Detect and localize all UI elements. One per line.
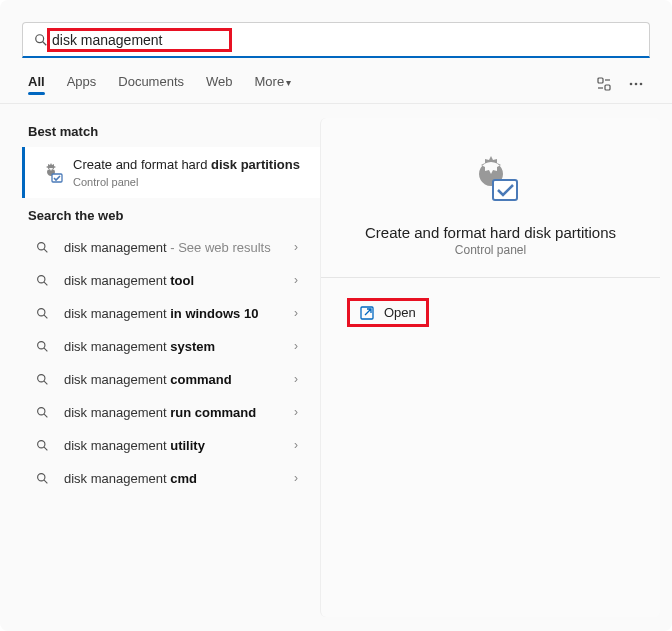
svg-point-18 (38, 375, 45, 382)
detail-title: Create and format hard disk partitions (341, 218, 640, 243)
tab-all[interactable]: All (28, 74, 45, 93)
svg-line-11 (44, 249, 47, 252)
web-suggestion[interactable]: disk management - See web results› (0, 231, 320, 264)
chevron-right-icon: › (294, 372, 298, 386)
web-suggestion[interactable]: disk management system› (0, 330, 320, 363)
svg-line-13 (44, 282, 47, 285)
control-panel-icon (39, 160, 63, 184)
web-suggestion[interactable]: disk management tool› (0, 264, 320, 297)
search-icon (36, 372, 50, 386)
search-icon (36, 273, 50, 287)
detail-pane: Create and format hard disk partitions C… (320, 118, 660, 617)
best-match-subtitle: Control panel (73, 176, 300, 188)
svg-point-7 (635, 82, 638, 85)
svg-rect-26 (493, 180, 517, 200)
svg-point-8 (640, 82, 643, 85)
svg-line-17 (44, 348, 47, 351)
tab-apps[interactable]: Apps (67, 74, 97, 93)
chevron-right-icon: › (294, 438, 298, 452)
results-area: Best match Create and format hard disk p… (0, 104, 672, 631)
chevron-right-icon: › (294, 339, 298, 353)
filter-tabs: All Apps Documents Web More▾ (0, 62, 672, 104)
divider (321, 277, 660, 278)
chevron-right-icon: › (294, 471, 298, 485)
web-suggestion-label: disk management in windows 10 (64, 306, 280, 321)
search-icon (36, 306, 50, 320)
web-suggestion-label: disk management cmd (64, 471, 280, 486)
svg-line-21 (44, 414, 47, 417)
svg-point-24 (38, 474, 45, 481)
svg-point-20 (38, 408, 45, 415)
best-match-title: Create and format hard disk partitions (73, 157, 300, 174)
web-suggestion[interactable]: disk management utility› (0, 429, 320, 462)
search-icon (36, 339, 50, 353)
svg-line-15 (44, 315, 47, 318)
more-options-icon[interactable] (628, 76, 644, 92)
search-bar[interactable] (22, 22, 650, 58)
chevron-right-icon: › (294, 405, 298, 419)
web-suggestion[interactable]: disk management run command› (0, 396, 320, 429)
search-input[interactable] (52, 32, 227, 48)
svg-point-22 (38, 441, 45, 448)
results-list: Best match Create and format hard disk p… (0, 104, 320, 631)
open-icon (360, 306, 374, 320)
svg-point-16 (38, 342, 45, 349)
tab-more[interactable]: More▾ (255, 74, 292, 93)
svg-point-14 (38, 309, 45, 316)
svg-point-12 (38, 276, 45, 283)
svg-point-6 (630, 82, 633, 85)
svg-line-1 (43, 41, 47, 45)
section-best-match: Best match (0, 114, 320, 147)
svg-line-19 (44, 381, 47, 384)
chevron-right-icon: › (294, 306, 298, 320)
web-suggestion[interactable]: disk management cmd› (0, 462, 320, 495)
start-search-window: All Apps Documents Web More▾ Best match … (0, 0, 672, 631)
best-match-item[interactable]: Create and format hard disk partitions C… (22, 147, 320, 198)
search-icon (36, 438, 50, 452)
web-suggestion-label: disk management utility (64, 438, 280, 453)
action-open[interactable]: Open (384, 305, 416, 320)
action-open-row: Open (329, 290, 652, 335)
svg-line-25 (44, 480, 47, 483)
svg-line-23 (44, 447, 47, 450)
web-suggestion-label: disk management run command (64, 405, 280, 420)
annotation-highlight-search (47, 28, 232, 52)
search-icon (36, 471, 50, 485)
chevron-right-icon: › (294, 240, 298, 254)
svg-point-10 (38, 243, 45, 250)
detail-icon (461, 148, 521, 208)
search-icon (36, 240, 50, 254)
web-suggestion-label: disk management system (64, 339, 280, 354)
search-options-icon[interactable] (596, 76, 612, 92)
svg-rect-2 (598, 78, 603, 83)
web-suggestion-label: disk management command (64, 372, 280, 387)
section-search-web: Search the web (0, 198, 320, 231)
chevron-right-icon: › (294, 273, 298, 287)
tab-web[interactable]: Web (206, 74, 233, 93)
svg-rect-3 (605, 85, 610, 90)
detail-subtitle: Control panel (341, 243, 640, 257)
search-bar-container (0, 0, 672, 62)
web-suggestion-label: disk management - See web results (64, 240, 280, 255)
web-suggestion[interactable]: disk management command› (0, 363, 320, 396)
annotation-highlight-open: Open (347, 298, 429, 327)
tab-documents[interactable]: Documents (118, 74, 184, 93)
web-suggestion-label: disk management tool (64, 273, 280, 288)
web-suggestion[interactable]: disk management in windows 10› (0, 297, 320, 330)
search-icon (36, 405, 50, 419)
svg-point-0 (36, 34, 44, 42)
